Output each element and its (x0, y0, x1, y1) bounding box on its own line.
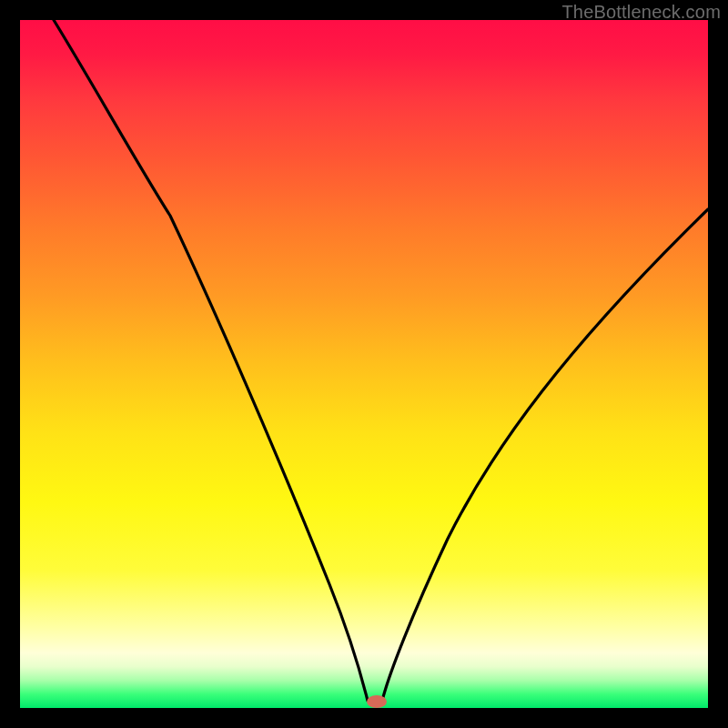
bottleneck-chart: TheBottleneck.com (0, 0, 728, 728)
plot-area (20, 20, 708, 708)
gradient-background (20, 20, 708, 708)
